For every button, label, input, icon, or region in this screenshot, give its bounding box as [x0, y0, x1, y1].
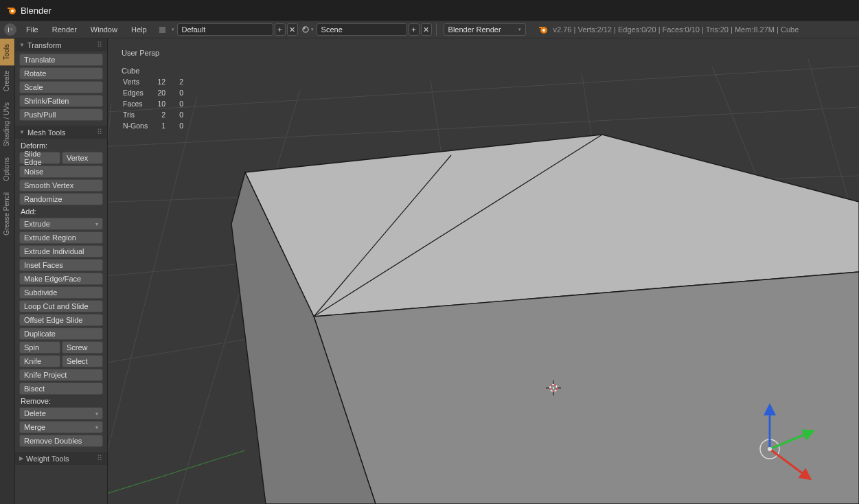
3d-viewport[interactable]: User Persp Cube Verts122 Edges200 Faces1…	[108, 38, 859, 504]
grip-icon: ⠿	[97, 454, 103, 463]
knife-select-button[interactable]: Select	[62, 355, 103, 367]
translate-button[interactable]: Translate	[19, 54, 103, 66]
layout-add-button[interactable]: +	[275, 23, 286, 36]
view-persp-label: User Persp	[122, 48, 190, 58]
menu-window[interactable]: Window	[84, 25, 124, 34]
knife-button[interactable]: Knife	[19, 355, 60, 367]
scene-name-field[interactable]: Scene	[317, 23, 407, 36]
expand-icon: ▶	[19, 455, 23, 461]
push-pull-button[interactable]: Push/Pull	[19, 108, 103, 121]
loop-cut-button[interactable]: Loop Cut and Slide	[19, 300, 103, 312]
subdivide-button[interactable]: Subdivide	[19, 286, 103, 299]
separator	[436, 23, 437, 36]
delete-button[interactable]: Delete▾	[19, 407, 103, 420]
object-name-label: Cube	[122, 66, 190, 76]
panel-mesh-header[interactable]: ▼ Mesh Tools ⠿	[15, 126, 107, 139]
slide-edge-button[interactable]: Slide Edge	[19, 152, 60, 164]
tab-tools[interactable]: Tools	[0, 38, 14, 65]
noise-button[interactable]: Noise	[19, 165, 103, 178]
table-row: Faces100	[123, 99, 189, 108]
smooth-vertex-button[interactable]: Smooth Vertex	[19, 179, 103, 192]
bisect-button[interactable]: Bisect	[19, 382, 103, 395]
grip-icon: ⠿	[97, 41, 103, 49]
rotate-button[interactable]: Rotate	[19, 67, 103, 80]
info-editor-icon[interactable]: i▾	[4, 23, 16, 36]
tool-tabs: Tools Create Shading / UVs Options Greas…	[0, 38, 15, 504]
layout-delete-button[interactable]: ✕	[287, 23, 298, 36]
remove-doubles-button[interactable]: Remove Doubles	[19, 435, 103, 447]
make-edge-face-button[interactable]: Make Edge/Face	[19, 273, 103, 285]
add-label: Add:	[18, 206, 104, 217]
extrude-region-button[interactable]: Extrude Region	[19, 231, 103, 244]
tool-panel: ▼ Transform ⠿ Translate Rotate Scale Shr…	[15, 38, 108, 504]
tab-create[interactable]: Create	[0, 65, 14, 97]
titlebar: Blender	[0, 0, 859, 21]
tab-options[interactable]: Options	[0, 152, 14, 186]
panel-title: Mesh Tools	[27, 128, 65, 137]
layout-browse-icon[interactable]	[155, 23, 170, 36]
panel-weight-header[interactable]: ▶ Weight Tools ⠿	[15, 452, 107, 465]
renderer-select[interactable]: Blender Render▾	[444, 23, 526, 36]
blender-logo-icon	[5, 5, 16, 16]
screw-button[interactable]: Screw	[62, 341, 103, 354]
shrink-fatten-button[interactable]: Shrink/Fatten	[19, 95, 103, 107]
table-row: N-Gons10	[123, 121, 189, 130]
scene-delete-button[interactable]: ✕	[421, 23, 432, 36]
collapse-icon: ▼	[19, 42, 25, 48]
scale-button[interactable]: Scale	[19, 81, 103, 93]
inset-faces-button[interactable]: Inset Faces	[19, 259, 103, 271]
menu-file[interactable]: File	[19, 25, 45, 34]
svg-line-13	[108, 97, 197, 504]
svg-line-19	[108, 450, 245, 504]
chevron-icon: ▾	[95, 221, 98, 227]
duplicate-button[interactable]: Duplicate	[19, 328, 103, 340]
table-row: Tris20	[123, 110, 189, 119]
viewport-overlay-stats: User Persp Cube Verts122 Edges200 Faces1…	[122, 48, 190, 132]
panel-title: Weight Tools	[26, 455, 69, 463]
panel-transform-header[interactable]: ▼ Transform ⠿	[15, 38, 107, 51]
tab-grease-pencil[interactable]: Grease Pencil	[0, 187, 14, 241]
spin-button[interactable]: Spin	[19, 341, 60, 354]
offset-edge-slide-button[interactable]: Offset Edge Slide	[19, 314, 103, 326]
scene-browse-icon[interactable]	[301, 25, 310, 34]
mesh-stats-table: Verts122 Edges200 Faces100 Tris20 N-Gons…	[122, 76, 190, 132]
table-row: Edges200	[123, 88, 189, 98]
scene-add-button[interactable]: +	[409, 23, 420, 36]
blender-small-icon	[537, 24, 548, 35]
slide-vertex-button[interactable]: Vertex	[62, 152, 103, 164]
collapse-icon: ▼	[19, 129, 25, 135]
stats-text: v2.76 | Verts:2/12 | Edges:0/20 | Faces:…	[553, 25, 799, 34]
menu-render[interactable]: Render	[45, 25, 84, 34]
remove-label: Remove:	[18, 396, 104, 406]
menu-help[interactable]: Help	[124, 25, 154, 34]
knife-project-button[interactable]: Knife Project	[19, 369, 103, 381]
svg-point-5	[542, 29, 545, 32]
extrude-individual-button[interactable]: Extrude Individual	[19, 245, 103, 257]
panel-title: Transform	[27, 41, 62, 49]
randomize-button[interactable]: Randomize	[19, 193, 103, 205]
svg-line-7	[108, 107, 859, 148]
viewport-mesh-render	[108, 38, 859, 504]
svg-point-3	[303, 27, 305, 30]
chevron-icon: ▾	[95, 411, 98, 417]
layout-name-field[interactable]: Default	[177, 23, 273, 36]
svg-point-1	[11, 10, 14, 12]
chevron-icon: ▾	[95, 424, 98, 431]
table-row: Verts122	[123, 77, 189, 87]
menubar: i▾ File Render Window Help ▾ Default + ✕…	[0, 21, 859, 38]
grip-icon: ⠿	[97, 128, 103, 137]
titlebar-title: Blender	[21, 5, 51, 16]
extrude-button[interactable]: Extrude▾	[19, 218, 103, 230]
svg-line-6	[108, 66, 859, 114]
tab-shading-uvs[interactable]: Shading / UVs	[0, 97, 14, 152]
merge-button[interactable]: Merge▾	[19, 421, 103, 433]
